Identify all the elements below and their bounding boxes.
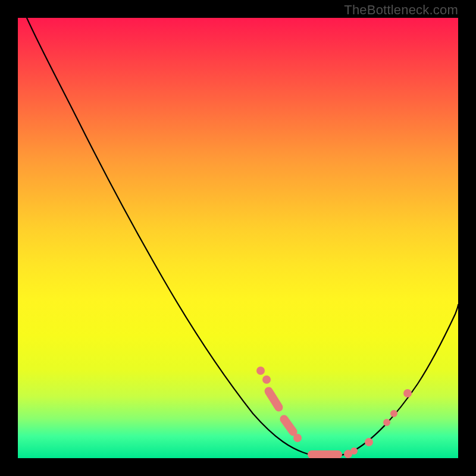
bottleneck-curve [27, 18, 458, 456]
attribution-watermark: TheBottleneck.com [344, 2, 458, 18]
curve-marker [383, 419, 390, 426]
curve-marker [365, 438, 373, 446]
curve-marker-floor [308, 450, 342, 458]
curve-marker [262, 375, 271, 384]
curve-marker [403, 389, 412, 397]
curve-marker-segment [278, 414, 299, 438]
curve-marker [293, 434, 302, 442]
curve-marker [350, 447, 358, 455]
curve-marker [390, 410, 397, 417]
curve-marker [256, 367, 265, 375]
curve-marker-segment [263, 386, 284, 413]
chart-overlay [18, 18, 458, 458]
